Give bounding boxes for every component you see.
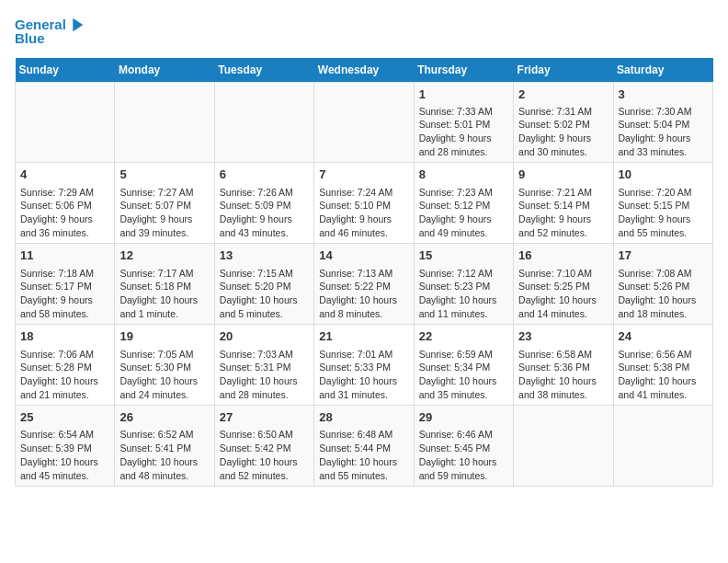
day-number: 25 [20, 409, 109, 426]
day-number: 16 [518, 247, 608, 264]
day-info-text: Sunrise: 7:33 AM [419, 105, 508, 119]
calendar-cell: 7Sunrise: 7:24 AMSunset: 5:10 PMDaylight… [314, 163, 414, 244]
day-info-text: Daylight: 9 hours and 58 minutes. [20, 293, 109, 320]
day-info-text: Sunset: 5:14 PM [518, 199, 608, 213]
day-number: 2 [518, 86, 608, 103]
day-info-text: Sunrise: 6:52 AM [119, 428, 209, 442]
day-info-text: Sunrise: 7:18 AM [20, 267, 109, 281]
day-info-text: Sunrise: 6:58 AM [518, 348, 608, 362]
calendar-cell: 8Sunrise: 7:23 AMSunset: 5:12 PMDaylight… [414, 163, 513, 244]
logo-blue: Blue [15, 31, 45, 47]
weekday-header: Wednesday [314, 58, 414, 83]
weekday-header: Thursday [414, 58, 513, 83]
logo: General Blue [15, 15, 86, 47]
calendar-week-row: 18Sunrise: 7:06 AMSunset: 5:28 PMDayligh… [16, 325, 713, 406]
calendar-cell: 24Sunrise: 6:56 AMSunset: 5:38 PMDayligh… [613, 325, 712, 406]
day-info-text: Sunset: 5:44 PM [319, 442, 408, 455]
day-number: 1 [419, 86, 508, 103]
calendar-cell: 12Sunrise: 7:17 AMSunset: 5:18 PMDayligh… [115, 244, 214, 325]
day-info-text: Sunset: 5:36 PM [518, 361, 608, 374]
calendar-cell: 14Sunrise: 7:13 AMSunset: 5:22 PMDayligh… [314, 244, 414, 325]
day-info-text: Daylight: 9 hours and 28 minutes. [419, 132, 508, 158]
calendar-cell [514, 406, 613, 487]
day-info-text: Daylight: 10 hours and 11 minutes. [419, 293, 508, 320]
day-info-text: Sunset: 5:34 PM [419, 361, 508, 374]
day-number: 19 [119, 328, 209, 345]
calendar-cell: 15Sunrise: 7:12 AMSunset: 5:23 PMDayligh… [414, 244, 513, 325]
day-info-text: Sunset: 5:42 PM [220, 442, 309, 455]
day-info-text: Sunrise: 6:48 AM [319, 428, 408, 442]
day-info-text: Sunset: 5:09 PM [220, 199, 309, 213]
calendar-week-row: 4Sunrise: 7:29 AMSunset: 5:06 PMDaylight… [16, 163, 713, 244]
day-number: 18 [20, 328, 109, 345]
day-number: 15 [419, 247, 508, 264]
day-info-text: Sunrise: 6:56 AM [619, 348, 708, 362]
day-info-text: Daylight: 10 hours and 52 minutes. [220, 455, 309, 482]
day-info-text: Daylight: 10 hours and 31 minutes. [319, 374, 408, 401]
day-info-text: Daylight: 9 hours and 46 minutes. [319, 213, 408, 239]
weekday-header-row: SundayMondayTuesdayWednesdayThursdayFrid… [16, 58, 713, 83]
day-number: 27 [220, 409, 309, 426]
day-info-text: Daylight: 10 hours and 21 minutes. [20, 374, 109, 401]
calendar-cell: 3Sunrise: 7:30 AMSunset: 5:04 PMDaylight… [613, 82, 712, 163]
day-info-text: Daylight: 9 hours and 36 minutes. [20, 213, 109, 239]
day-number: 7 [319, 167, 408, 183]
calendar-table: SundayMondayTuesdayWednesdayThursdayFrid… [15, 58, 713, 488]
calendar-week-row: 1Sunrise: 7:33 AMSunset: 5:01 PMDaylight… [16, 82, 713, 163]
day-info-text: Sunrise: 7:01 AM [319, 348, 408, 362]
day-info-text: Daylight: 9 hours and 39 minutes. [119, 213, 209, 239]
calendar-cell: 29Sunrise: 6:46 AMSunset: 5:45 PMDayligh… [414, 406, 513, 487]
calendar-cell: 10Sunrise: 7:20 AMSunset: 5:15 PMDayligh… [613, 163, 712, 244]
day-info-text: Daylight: 10 hours and 14 minutes. [518, 293, 608, 320]
day-info-text: Sunset: 5:20 PM [220, 280, 309, 293]
day-info-text: Sunset: 5:10 PM [319, 199, 408, 213]
day-info-text: Daylight: 10 hours and 48 minutes. [119, 455, 209, 482]
day-info-text: Sunrise: 7:24 AM [319, 186, 408, 200]
day-info-text: Daylight: 10 hours and 24 minutes. [119, 374, 209, 401]
day-info-text: Daylight: 10 hours and 59 minutes. [419, 455, 508, 482]
day-info-text: Sunset: 5:23 PM [419, 280, 508, 293]
day-info-text: Daylight: 10 hours and 18 minutes. [619, 293, 708, 320]
calendar-cell: 28Sunrise: 6:48 AMSunset: 5:44 PMDayligh… [314, 406, 414, 487]
day-number: 9 [518, 167, 608, 183]
day-info-text: Sunset: 5:06 PM [20, 199, 109, 213]
day-info-text: Sunset: 5:33 PM [319, 361, 408, 374]
calendar-cell: 16Sunrise: 7:10 AMSunset: 5:25 PMDayligh… [514, 244, 613, 325]
calendar-cell: 27Sunrise: 6:50 AMSunset: 5:42 PMDayligh… [214, 406, 313, 487]
day-number: 4 [20, 167, 109, 183]
calendar-cell: 4Sunrise: 7:29 AMSunset: 5:06 PMDaylight… [16, 163, 115, 244]
weekday-header: Tuesday [214, 58, 313, 83]
svg-marker-0 [73, 18, 83, 32]
calendar-cell: 6Sunrise: 7:26 AMSunset: 5:09 PMDaylight… [214, 163, 313, 244]
day-info-text: Sunrise: 6:59 AM [419, 348, 508, 362]
day-info-text: Sunrise: 7:30 AM [619, 105, 708, 119]
calendar-cell: 23Sunrise: 6:58 AMSunset: 5:36 PMDayligh… [514, 325, 613, 406]
weekday-header: Monday [115, 58, 214, 83]
weekday-header: Saturday [613, 58, 712, 83]
day-info-text: Sunset: 5:41 PM [119, 442, 209, 455]
day-info-text: Sunrise: 7:08 AM [619, 267, 708, 281]
day-info-text: Sunset: 5:07 PM [119, 199, 209, 213]
calendar-cell: 11Sunrise: 7:18 AMSunset: 5:17 PMDayligh… [16, 244, 115, 325]
page-header: General Blue [15, 15, 713, 47]
calendar-week-row: 25Sunrise: 6:54 AMSunset: 5:39 PMDayligh… [16, 406, 713, 487]
calendar-cell: 22Sunrise: 6:59 AMSunset: 5:34 PMDayligh… [414, 325, 513, 406]
day-info-text: Sunrise: 7:21 AM [518, 186, 608, 200]
day-info-text: Daylight: 10 hours and 8 minutes. [319, 293, 408, 320]
calendar-cell: 13Sunrise: 7:15 AMSunset: 5:20 PMDayligh… [214, 244, 313, 325]
day-info-text: Sunrise: 7:20 AM [619, 186, 708, 200]
day-info-text: Sunset: 5:02 PM [518, 118, 608, 132]
day-info-text: Sunset: 5:22 PM [319, 280, 408, 293]
calendar-cell: 1Sunrise: 7:33 AMSunset: 5:01 PMDaylight… [414, 82, 513, 163]
day-info-text: Daylight: 9 hours and 30 minutes. [518, 132, 608, 158]
calendar-cell: 19Sunrise: 7:05 AMSunset: 5:30 PMDayligh… [115, 325, 214, 406]
day-info-text: Sunset: 5:38 PM [619, 361, 708, 374]
calendar-cell: 18Sunrise: 7:06 AMSunset: 5:28 PMDayligh… [16, 325, 115, 406]
day-info-text: Sunrise: 6:50 AM [220, 428, 309, 442]
day-number: 5 [119, 167, 209, 183]
day-info-text: Sunset: 5:26 PM [619, 280, 708, 293]
day-info-text: Sunrise: 7:29 AM [20, 186, 109, 200]
calendar-cell: 25Sunrise: 6:54 AMSunset: 5:39 PMDayligh… [16, 406, 115, 487]
day-info-text: Sunrise: 7:15 AM [220, 267, 309, 281]
calendar-cell: 17Sunrise: 7:08 AMSunset: 5:26 PMDayligh… [613, 244, 712, 325]
